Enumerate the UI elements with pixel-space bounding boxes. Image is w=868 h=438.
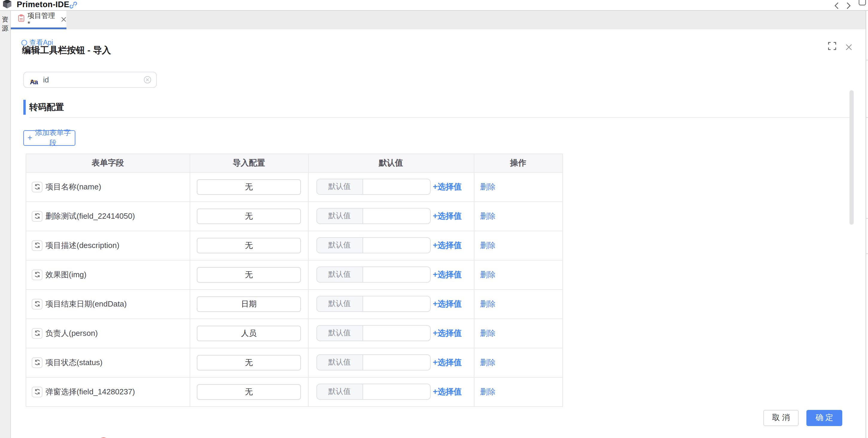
default-value-input[interactable] [363,355,430,370]
field-name: 删除测试(field_22414050) [45,211,135,222]
choose-value-link[interactable]: +选择值 [433,357,462,368]
main-area: 资 源 项目管理* [0,11,868,438]
swap-field-icon[interactable] [32,269,42,280]
import-config-select[interactable]: 无 [197,238,301,253]
form-doc-icon [18,14,25,25]
import-config-select[interactable]: 无 [197,267,301,282]
table-row: 项目结束日期(endData) 日期 默认值+选择值 删除 [26,289,562,318]
default-value-label: 默认值 [317,296,363,311]
import-config-select[interactable]: 日期 [197,296,301,312]
nav-forward-icon[interactable] [846,1,851,11]
nav-back-icon[interactable] [834,1,839,11]
default-value-input[interactable] [363,326,430,341]
default-value-group: 默认值 [316,296,430,312]
dialog-scrollbar-thumb[interactable] [849,90,854,225]
default-value-group: 默认值 [316,208,430,224]
primeton-ide-window: Primeton-IDE 资 源 [0,0,868,438]
default-value-label: 默认值 [317,238,363,253]
default-value-input[interactable] [363,384,430,399]
field-name: 项目结束日期(endData) [45,299,127,309]
search-input[interactable] [43,76,144,84]
choose-value-link[interactable]: +选择值 [433,181,462,192]
rail-label-char: 资 [0,15,10,24]
cancel-button[interactable]: 取 消 [763,410,799,426]
import-config-select[interactable]: 无 [197,384,301,400]
default-value-input[interactable] [363,179,430,194]
default-value-group: 默认值 [316,237,430,254]
swap-field-icon[interactable] [32,240,42,251]
text-field-type-icon: Aa [30,75,39,84]
default-value-group: 默认值 [316,267,430,283]
delete-link[interactable]: 删除 [480,211,496,222]
section-accent-bar [23,100,25,115]
table-header-row: 表单字段 导入配置 默认值 操作 [26,154,562,172]
default-value-label: 默认值 [317,355,363,370]
section-title: 转码配置 [29,100,64,115]
import-config-select[interactable]: 无 [197,355,301,370]
aa-label: Aa [30,78,38,86]
field-search-box[interactable]: Aa [23,72,157,88]
field-name: 效果图(img) [45,269,87,280]
workspace: 项目管理* 查看Api 编辑工具栏按钮 - 导入 [11,11,866,438]
clear-icon[interactable] [144,76,151,83]
rail-label-char: 源 [0,24,10,33]
swap-field-icon[interactable] [32,386,42,397]
import-config-select[interactable]: 人员 [197,325,301,341]
delete-link[interactable]: 删除 [480,328,496,338]
panel-toggle-icon[interactable] [859,0,866,8]
choose-value-link[interactable]: +选择值 [433,386,462,397]
delete-link[interactable]: 删除 [480,269,496,280]
default-value-label: 默认值 [317,267,363,282]
dialog-close-icon[interactable] [845,42,852,53]
fullscreen-icon[interactable] [828,42,836,53]
default-value-input[interactable] [363,267,430,282]
add-form-field-button[interactable]: + 添加表单字段 [23,130,75,146]
field-name: 弹窗选择(field_14280237) [45,386,135,397]
col-header-default-value: 默认值 [308,154,474,172]
choose-value-link[interactable]: +选择值 [433,269,462,280]
strip-tick [866,60,868,60]
delete-link[interactable]: 删除 [480,181,496,192]
table-row: 项目状态(status) 无 默认值+选择值 删除 [26,347,562,377]
import-config-select[interactable]: 无 [197,179,301,195]
sidebar-rail: 资 源 [0,11,11,438]
col-header-import-config: 导入配置 [190,154,308,172]
delete-link[interactable]: 删除 [480,357,496,368]
tab-project-management[interactable]: 项目管理* [11,11,66,28]
default-value-label: 默认值 [317,179,363,194]
choose-value-link[interactable]: +选择值 [433,299,462,309]
default-value-input[interactable] [363,238,430,253]
swap-field-icon[interactable] [32,328,42,338]
choose-value-link[interactable]: +选择值 [433,240,462,251]
default-value-input[interactable] [363,296,430,311]
default-value-label: 默认值 [317,326,363,341]
tab-label: 项目管理* [28,11,57,27]
active-tab-indicator [11,28,66,29]
swap-field-icon[interactable] [32,299,42,309]
default-value-input[interactable] [363,208,430,224]
table-row: 项目描述(description) 无 默认值+选择值 删除 [26,230,562,260]
plus-icon: + [28,133,32,142]
choose-value-link[interactable]: +选择值 [433,211,462,222]
window-scrollbar-strip[interactable] [866,11,868,438]
import-config-select[interactable]: 无 [197,208,301,224]
titlebar: Primeton-IDE [0,0,868,11]
link-icon[interactable] [69,1,77,11]
swap-field-icon[interactable] [32,357,42,368]
delete-link[interactable]: 删除 [480,240,496,251]
field-name: 项目状态(status) [45,357,102,368]
table-row: 效果图(img) 无 默认值+选择值 删除 [26,260,562,289]
tab-close-icon[interactable] [61,16,66,22]
add-form-field-label: 添加表单字段 [35,128,71,148]
swap-field-icon[interactable] [32,211,42,222]
field-name: 项目名称(name) [45,181,101,192]
table-row: 项目名称(name) 无 默认值+选择值 删除 [26,172,562,201]
delete-link[interactable]: 删除 [480,386,496,397]
app-logo-icon [2,0,12,11]
delete-link[interactable]: 删除 [480,299,496,309]
choose-value-link[interactable]: +选择值 [433,328,462,338]
sidebar-item-resources[interactable]: 资 源 [0,11,10,33]
tabbar: 项目管理* [11,11,866,29]
confirm-button[interactable]: 确 定 [806,410,842,426]
swap-field-icon[interactable] [32,181,42,192]
